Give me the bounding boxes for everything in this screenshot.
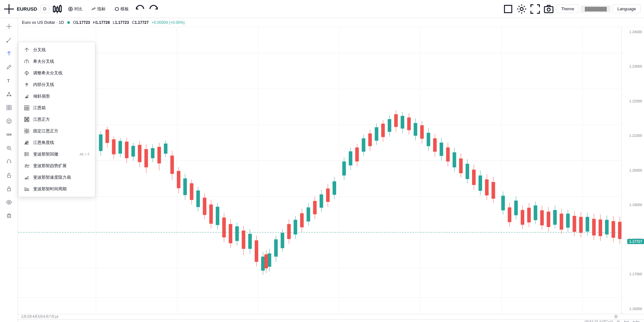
symbol-label[interactable]: EURUSD — [17, 6, 37, 12]
high-label: H1.17728 — [93, 20, 110, 25]
price-1.19: 1.19000 — [624, 203, 642, 207]
compare-btn[interactable]: 对比 — [65, 4, 86, 14]
lock-open-icon[interactable] — [3, 169, 15, 182]
price-1.22: 1.22000 — [624, 99, 642, 103]
dropdown-item-gann-square[interactable]: 江恩正方 — [18, 114, 95, 125]
svg-rect-150 — [281, 233, 284, 248]
log-toggle[interactable]: log — [624, 320, 629, 322]
dropdown-label-gann-fixed: 固定江恩正方 — [33, 128, 58, 134]
chart-type-btn[interactable] — [51, 3, 63, 15]
measure-grid-icon[interactable] — [3, 101, 15, 114]
svg-rect-206 — [446, 147, 450, 161]
template-btn[interactable]: 模板 — [111, 4, 132, 14]
timestamp: 03:51:21 (UTC+1) — [585, 320, 613, 322]
svg-rect-16 — [544, 6, 553, 13]
ruler-icon[interactable] — [3, 128, 15, 141]
svg-rect-252 — [618, 222, 621, 239]
svg-rect-2 — [53, 6, 55, 11]
dropdown-item-fib-retracement[interactable]: 斐波那契回撤 Alt + F — [18, 148, 95, 160]
svg-rect-5 — [56, 8, 58, 11]
time-label-jul: 7月 — [49, 314, 54, 319]
svg-rect-208 — [459, 159, 462, 173]
dropdown-item-pitch[interactable]: 倾斜扇形 — [18, 90, 95, 102]
gann-angle-icon — [24, 139, 30, 146]
magnet-icon[interactable] — [3, 155, 15, 168]
dropdown-item-schiff[interactable]: 希夫分叉线 — [18, 56, 95, 67]
user-badge[interactable]: ████████ — [581, 5, 611, 13]
dropdown-item-inner[interactable]: 内部分叉线 — [18, 79, 95, 90]
close-label: C1.17727 — [132, 20, 149, 25]
svg-rect-194 — [440, 143, 443, 156]
screenshot-btn[interactable] — [543, 3, 554, 15]
svg-line-258 — [25, 60, 27, 61]
square-btn[interactable] — [502, 3, 514, 15]
dropdown-item-gann-fixed[interactable]: 固定江恩正方 — [18, 125, 95, 137]
svg-rect-100 — [164, 144, 167, 153]
svg-rect-132 — [209, 205, 213, 224]
dropdown-label-inner: 内部分叉线 — [33, 82, 54, 88]
crosshair-icon[interactable] — [3, 20, 15, 33]
time-label-19: 19 — [54, 315, 58, 319]
svg-rect-204 — [433, 138, 437, 151]
crosshair-tool-btn[interactable] — [3, 3, 15, 15]
price-axis: 1.24000 1.23000 1.22000 1.21000 1.20000 … — [621, 27, 644, 314]
time-label-mar: 3月 — [27, 314, 32, 319]
emoji-icon[interactable] — [3, 115, 15, 128]
settings-btn[interactable] — [516, 3, 527, 15]
svg-rect-218 — [515, 201, 518, 215]
indicator-btn[interactable]: 指标 — [88, 4, 109, 14]
fullscreen-btn[interactable] — [529, 3, 541, 15]
svg-rect-124 — [248, 234, 251, 249]
svg-rect-146 — [265, 254, 268, 268]
dropdown-item-gann-angle[interactable]: 江恩角度线 — [18, 137, 95, 148]
zoom-icon[interactable] — [3, 142, 15, 155]
svg-rect-108 — [138, 145, 141, 162]
svg-rect-142 — [261, 257, 265, 270]
dropdown-item-modified-schiff[interactable]: 调整希夫分叉线 — [18, 67, 95, 79]
low-label: L1.17723 — [113, 20, 129, 25]
main-area: T — [0, 18, 644, 322]
svg-line-259 — [27, 60, 29, 61]
svg-rect-210 — [472, 170, 476, 185]
svg-point-21 — [6, 42, 7, 43]
svg-rect-236 — [540, 211, 544, 225]
theme-button[interactable]: Theme — [556, 5, 579, 13]
svg-rect-238 — [547, 212, 550, 227]
svg-rect-96 — [132, 146, 135, 156]
svg-rect-140 — [255, 241, 258, 262]
dropdown-item-fib-extension[interactable]: 斐波那契趋势扩展 — [18, 160, 95, 172]
percent-toggle[interactable]: % — [617, 320, 620, 322]
text-icon[interactable]: T — [3, 74, 15, 87]
dropdown-item-gann-box[interactable]: 江恩箱 — [18, 102, 95, 114]
dropdown-item-fib-speed[interactable]: 斐波那契速度阻力扇 — [18, 172, 95, 183]
svg-rect-240 — [560, 214, 563, 230]
svg-rect-148 — [274, 240, 278, 257]
svg-rect-202 — [420, 126, 423, 138]
svg-rect-220 — [534, 206, 537, 220]
svg-point-15 — [520, 7, 523, 10]
redo-btn[interactable] — [148, 3, 159, 15]
auto-toggle[interactable]: auto — [633, 320, 639, 322]
fork-tool-icon[interactable] — [3, 47, 15, 60]
svg-rect-14 — [504, 5, 512, 13]
chart-canvas[interactable] — [18, 27, 621, 314]
dropdown-item-fib-time[interactable]: 斐波那契时间周期 — [18, 183, 95, 195]
lock-icon[interactable] — [3, 182, 15, 195]
dropdown-label-fib-speed: 斐波那契速度阻力扇 — [33, 175, 71, 180]
settings-gear-icon[interactable] — [614, 314, 618, 319]
svg-rect-116 — [184, 179, 187, 195]
undo-btn[interactable] — [134, 3, 146, 15]
eye-icon[interactable] — [3, 196, 15, 209]
price-dot — [67, 21, 70, 24]
node-icon[interactable] — [3, 88, 15, 100]
pencil-icon[interactable] — [3, 61, 15, 73]
low-value: 1.17723 — [115, 20, 129, 25]
timeframe-selector[interactable]: D — [40, 5, 49, 13]
trash-icon[interactable] — [3, 209, 15, 222]
status-bar: 03:51:21 (UTC+1) % log auto — [18, 319, 644, 322]
line-draw-icon[interactable] — [3, 33, 15, 46]
gann-square-icon — [24, 116, 30, 123]
language-button[interactable]: Language — [612, 5, 641, 13]
dropdown-item-fork[interactable]: 分叉线 — [18, 44, 95, 56]
price-1.21: 1.21000 — [624, 134, 642, 137]
